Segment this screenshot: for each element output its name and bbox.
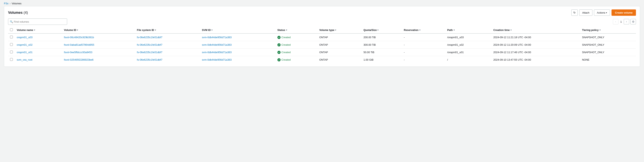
col-header-volume-type[interactable]: Volume type ▾ [317,27,362,34]
row-path: /orapm01_u02 [445,41,491,48]
volume-name-link[interactable]: orapm01_u01 [17,51,32,54]
svm-id-link[interactable]: svm-0db44de956d71a383 [202,51,232,54]
row-fs-id: fs-06e6235c1fe51dbf7 [135,34,200,41]
title-count: (4) [24,11,28,14]
col-header-volume-id[interactable]: Volume ID ▾ [62,27,135,34]
row-checkbox-cell[interactable] [8,48,15,56]
sort-icon-tiering: ▾ [600,29,600,31]
svm-id-link[interactable]: svm-0db44de956d71a383 [202,43,232,46]
search-wrapper: 🔍 [8,18,67,25]
volume-id-link[interactable]: fsvol-0ee5ffdccc93a9453 [64,51,92,54]
row-checkbox-cell[interactable] [8,41,15,48]
settings-button[interactable]: ⚙ [630,19,636,24]
row-reservation: - [402,34,445,41]
volume-id-link[interactable]: fsvol-025465f2286923be6 [64,58,94,61]
row-checkbox[interactable] [10,43,13,46]
col-label-reservation: Reservation [404,28,418,32]
pagination-prev-button[interactable]: ‹ [613,19,618,24]
create-volume-label: Create volume [615,11,632,14]
row-svm-id: svm-0db44de956d71a383 [200,48,275,56]
row-volume-id: fsvol-0ee5ffdccc93a9453 [62,48,135,56]
row-checkbox[interactable] [10,36,13,38]
row-volume-id: fsvol-06c48420c929b391b [62,34,135,41]
attach-label: Attach [582,11,590,14]
col-header-status[interactable]: Status ▾ [276,27,317,34]
svm-id-link[interactable]: svm-0db44de956d71a383 [202,36,232,39]
volume-name-link[interactable]: orapm01_u02 [17,43,32,46]
col-header-tiering[interactable]: Tiering policy ▾ [580,27,636,34]
row-path: /orapm01_u03 [445,34,491,41]
col-header-volume-name[interactable]: Volume name ▾ [15,27,62,34]
fs-id-link[interactable]: fs-06e6235c1fe51dbf7 [137,58,162,61]
breadcrumb-parent-link[interactable]: FSx [4,2,8,5]
sort-icon-volume-type: ▾ [335,29,336,31]
settings-icon: ⚙ [632,20,634,23]
title-text: Volumes [8,11,23,14]
row-volume-type: ONTAP [317,41,362,48]
status-text: Created [282,36,290,39]
row-volume-type: ONTAP [317,34,362,41]
create-volume-button[interactable]: Create volume [612,10,636,16]
volume-name-link[interactable]: svm_ora_root [17,58,32,61]
col-header-reservation[interactable]: Reservation ▾ [402,27,445,34]
table-row: orapm01_u01 fsvol-0ee5ffdccc93a9453 fs-0… [8,48,636,56]
col-label-path: Path [447,28,453,32]
table-row: orapm01_u03 fsvol-06c48420c929b391b fs-0… [8,34,636,41]
sort-icon-volume-name: ▾ [34,29,35,31]
attach-button[interactable]: Attach [579,10,592,16]
row-checkbox-cell[interactable] [8,56,15,64]
row-status: Created [276,34,317,41]
col-label-volume-id: Volume ID [64,28,76,32]
table-row: svm_ora_root fsvol-025465f2286923be6 fs-… [8,56,636,64]
col-header-path[interactable]: Path ▾ [445,27,491,34]
row-quota-size: 200.00 TiB [362,34,402,41]
row-volume-name: orapm01_u03 [15,34,62,41]
row-creation-time: 2024-09-10 13:47:55 UTC -04:00 [492,56,580,64]
page-title: Volumes (4) [8,11,28,14]
svm-id-link[interactable]: svm-0db44de956d71a383 [202,58,232,61]
breadcrumb-separator: › [10,2,10,5]
row-checkbox-cell[interactable] [8,34,15,41]
volume-name-link[interactable]: orapm01_u03 [17,36,32,39]
pagination-next-button[interactable]: › [624,19,629,24]
table-body: orapm01_u03 fsvol-06c48420c929b391b fs-0… [8,34,636,64]
row-status: Created [276,56,317,64]
col-header-quota[interactable]: Quota/Size ▾ [362,27,402,34]
actions-button[interactable]: Actions ▾ [594,10,610,16]
status-icon [278,58,280,62]
page-header: Volumes (4) ↻ Attach Actions ▾ Create vo… [8,10,636,16]
row-volume-type: ONTAP [317,48,362,56]
row-fs-id: fs-06e6235c1fe51dbf7 [135,56,200,64]
row-tiering-policy: SNAPSHOT_ONLY [580,41,636,48]
fs-id-link[interactable]: fs-06e6235c1fe51dbf7 [137,36,162,39]
status-icon [278,51,280,54]
col-label-svm-id: SVM ID [202,28,211,32]
row-creation-time: 2024-09-12 11:20:09 UTC -04:00 [492,41,580,48]
row-checkbox[interactable] [10,58,13,61]
select-all-checkbox[interactable] [10,28,13,31]
status-icon [278,43,280,46]
col-label-volume-name: Volume name [17,28,33,32]
sort-icon-status: ▾ [286,29,287,31]
search-icon: 🔍 [10,20,13,23]
fs-id-link[interactable]: fs-06e6235c1fe51dbf7 [137,51,162,54]
status-text: Created [282,51,290,54]
row-volume-id: fsvol-025465f2286923be6 [62,56,135,64]
volume-id-link[interactable]: fsvol-0aba81ad57964d955 [64,43,94,46]
row-tiering-policy: SNAPSHOT_ONLY [580,48,636,56]
volume-id-link[interactable]: fsvol-06c48420c929b391b [64,36,94,39]
row-tiering-policy: NONE [580,56,636,64]
search-input[interactable] [8,18,67,25]
status-text: Created [282,43,290,46]
select-all-header[interactable] [8,27,15,34]
refresh-button[interactable]: ↻ [571,10,578,16]
row-path: / [445,56,491,64]
fs-id-link[interactable]: fs-06e6235c1fe51dbf7 [137,43,162,46]
row-checkbox[interactable] [10,50,13,53]
col-header-creation[interactable]: Creation time ▾ [492,27,580,34]
col-header-svm-id[interactable]: SVM ID ▾ [200,27,275,34]
table-row: orapm01_u02 fsvol-0aba81ad57964d955 fs-0… [8,41,636,48]
col-header-fs-id[interactable]: File system ID ▾ [135,27,200,34]
row-volume-type: ONTAP [317,56,362,64]
row-fs-id: fs-06e6235c1fe51dbf7 [135,48,200,56]
